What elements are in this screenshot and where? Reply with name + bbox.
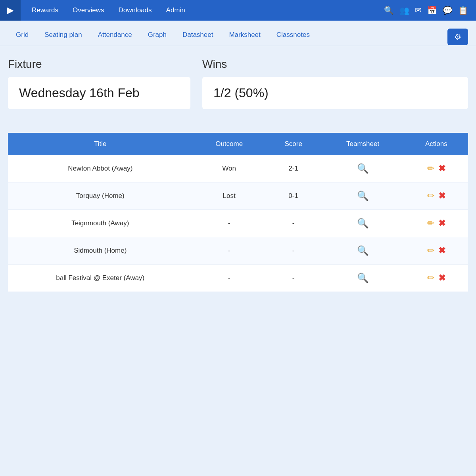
- cell-actions: ✏✖: [405, 237, 468, 265]
- table-row: ball Festival @ Exeter (Away)--🔍✏✖: [8, 265, 468, 292]
- fixture-label: Fixture: [8, 58, 190, 71]
- sub-nav: Grid Seating plan Attendance Graph Datas…: [0, 21, 476, 46]
- delete-button[interactable]: ✖: [438, 191, 445, 201]
- teamsheet-search-icon[interactable]: 🔍: [357, 273, 369, 283]
- edit-button[interactable]: ✏: [427, 273, 434, 283]
- wins-col: Wins 1/2 (50%): [190, 58, 468, 109]
- cell-teamsheet: 🔍: [321, 182, 404, 210]
- tab-seating-plan[interactable]: Seating plan: [36, 28, 90, 46]
- brand-icon: ▶: [7, 5, 14, 15]
- cell-teamsheet: 🔍: [321, 237, 404, 265]
- cell-outcome: -: [192, 237, 265, 265]
- tab-attendance[interactable]: Attendance: [90, 28, 140, 46]
- nav-link-downloads[interactable]: Downloads: [111, 0, 159, 21]
- table-section: Title Outcome Score Teamsheet Actions Ne…: [0, 117, 476, 300]
- settings-button[interactable]: ⚙: [447, 29, 468, 45]
- nav-link-rewards[interactable]: Rewards: [25, 0, 65, 21]
- tab-datasheet[interactable]: Datasheet: [175, 28, 221, 46]
- table-header-row: Title Outcome Score Teamsheet Actions: [8, 133, 468, 155]
- edit-button[interactable]: ✏: [427, 191, 434, 201]
- cell-score: -: [266, 237, 321, 265]
- cell-score: -: [266, 265, 321, 292]
- delete-button[interactable]: ✖: [438, 273, 445, 283]
- cell-actions: ✏✖: [405, 210, 468, 237]
- col-teamsheet: Teamsheet: [321, 133, 404, 155]
- cell-teamsheet: 🔍: [321, 155, 404, 182]
- fixture-col: Fixture Wednesday 16th Feb: [8, 58, 190, 109]
- table-row: Torquay (Home)Lost0-1🔍✏✖: [8, 182, 468, 210]
- delete-button[interactable]: ✖: [438, 246, 445, 256]
- cell-actions: ✏✖: [405, 265, 468, 292]
- nav-icon-group: 🔍 👥 ✉ 📅 💬 📋: [384, 6, 476, 15]
- cell-teamsheet: 🔍: [321, 265, 404, 292]
- tab-marksheet[interactable]: Marksheet: [221, 28, 268, 46]
- fixture-value: Wednesday 16th Feb: [8, 77, 190, 109]
- fixtures-table: Title Outcome Score Teamsheet Actions Ne…: [8, 133, 468, 292]
- cell-score: 0-1: [266, 182, 321, 210]
- nav-link-overviews[interactable]: Overviews: [65, 0, 111, 21]
- teamsheet-search-icon[interactable]: 🔍: [357, 245, 369, 256]
- table-row: Teignmouth (Away)--🔍✏✖: [8, 210, 468, 237]
- wins-label: Wins: [202, 58, 468, 71]
- delete-button[interactable]: ✖: [438, 218, 445, 228]
- teamsheet-search-icon[interactable]: 🔍: [357, 190, 369, 201]
- nav-link-admin[interactable]: Admin: [159, 0, 192, 21]
- cell-outcome: -: [192, 210, 265, 237]
- cell-actions: ✏✖: [405, 155, 468, 182]
- cell-teamsheet: 🔍: [321, 210, 404, 237]
- cell-score: -: [266, 210, 321, 237]
- table-row: Newton Abbot (Away)Won2-1🔍✏✖: [8, 155, 468, 182]
- delete-button[interactable]: ✖: [438, 163, 445, 174]
- table-row: Sidmouth (Home)--🔍✏✖: [8, 237, 468, 265]
- calendar-icon[interactable]: 📅: [427, 6, 437, 15]
- top-nav: ▶ Rewards Overviews Downloads Admin 🔍 👥 …: [0, 0, 476, 21]
- cell-title: ball Festival @ Exeter (Away): [8, 265, 192, 292]
- tab-classnotes[interactable]: Classnotes: [269, 28, 318, 46]
- edit-button[interactable]: ✏: [427, 218, 434, 228]
- cell-outcome: Won: [192, 155, 265, 182]
- edit-button[interactable]: ✏: [427, 163, 434, 174]
- chat-icon[interactable]: 💬: [443, 6, 453, 15]
- cell-title: Newton Abbot (Away): [8, 155, 192, 182]
- cell-title: Teignmouth (Away): [8, 210, 192, 237]
- wins-value: 1/2 (50%): [202, 77, 468, 109]
- col-score: Score: [266, 133, 321, 155]
- stats-section: Fixture Wednesday 16th Feb Wins 1/2 (50%…: [0, 46, 476, 117]
- envelope-icon[interactable]: ✉: [415, 6, 422, 15]
- tab-graph[interactable]: Graph: [140, 28, 175, 46]
- nav-brand: ▶: [0, 0, 21, 21]
- col-title: Title: [8, 133, 192, 155]
- col-actions: Actions: [405, 133, 468, 155]
- settings-icon: ⚙: [454, 32, 461, 42]
- users-icon[interactable]: 👥: [399, 6, 409, 15]
- edit-button[interactable]: ✏: [427, 246, 434, 256]
- col-outcome: Outcome: [192, 133, 265, 155]
- inbox-icon[interactable]: 📋: [458, 6, 468, 15]
- nav-links: Rewards Overviews Downloads Admin: [21, 0, 384, 21]
- cell-actions: ✏✖: [405, 182, 468, 210]
- teamsheet-search-icon[interactable]: 🔍: [357, 218, 369, 228]
- cell-outcome: Lost: [192, 182, 265, 210]
- cell-score: 2-1: [266, 155, 321, 182]
- teamsheet-search-icon[interactable]: 🔍: [357, 163, 369, 174]
- cell-outcome: -: [192, 265, 265, 292]
- search-icon[interactable]: 🔍: [384, 6, 394, 15]
- cell-title: Torquay (Home): [8, 182, 192, 210]
- tab-grid[interactable]: Grid: [8, 28, 36, 46]
- cell-title: Sidmouth (Home): [8, 237, 192, 265]
